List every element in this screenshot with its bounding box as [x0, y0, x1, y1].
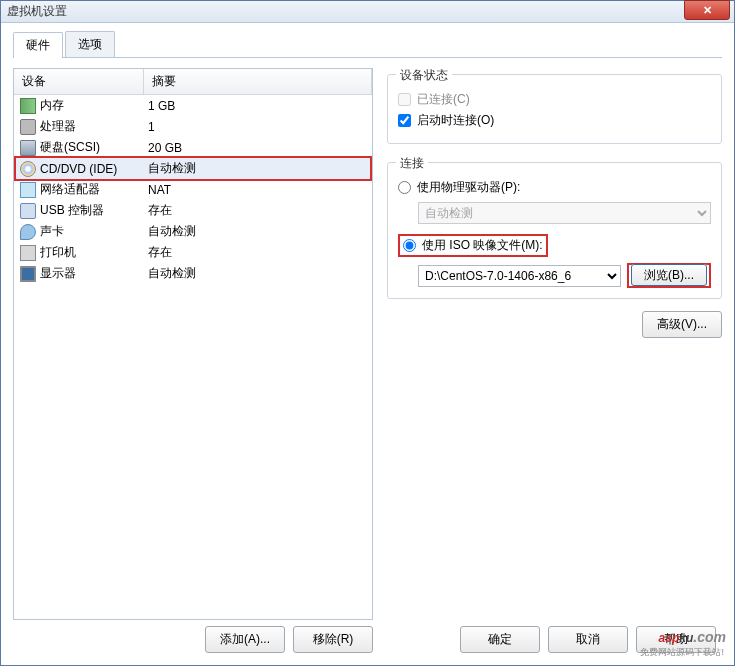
iso-radio-row[interactable]: 使用 ISO 映像文件(M): — [403, 237, 543, 254]
left-panel: 设备 摘要 内存1 GB处理器1硬盘(SCSI)20 GBCD/DVD (IDE… — [13, 68, 373, 653]
connected-checkbox-row[interactable]: 已连接(C) — [398, 91, 711, 108]
device-status-title: 设备状态 — [396, 67, 452, 84]
device-row[interactable]: 硬盘(SCSI)20 GB — [14, 137, 372, 158]
device-summary: 存在 — [148, 244, 366, 261]
device-row[interactable]: CD/DVD (IDE)自动检测 — [14, 156, 372, 181]
device-name: 处理器 — [40, 118, 148, 135]
iso-radio-highlight: 使用 ISO 映像文件(M): — [398, 234, 548, 257]
device-name: 声卡 — [40, 223, 148, 240]
connection-title: 连接 — [396, 155, 428, 172]
connection-group: 连接 使用物理驱动器(P): 自动检测 使用 ISO 映像文件(M): — [387, 162, 722, 299]
iso-label: 使用 ISO 映像文件(M): — [422, 237, 543, 254]
physical-drive-radio-row[interactable]: 使用物理驱动器(P): — [398, 179, 711, 196]
device-icon — [20, 161, 36, 177]
cancel-button[interactable]: 取消 — [548, 626, 628, 653]
device-name: 硬盘(SCSI) — [40, 139, 148, 156]
device-summary: 自动检测 — [148, 160, 366, 177]
device-summary: 1 GB — [148, 99, 366, 113]
titlebar: 虚拟机设置 ✕ — [1, 1, 734, 23]
iso-path-select[interactable]: D:\CentOS-7.0-1406-x86_6 — [418, 265, 621, 287]
connect-on-power-checkbox[interactable] — [398, 114, 411, 127]
vm-settings-window: 虚拟机设置 ✕ 硬件 选项 设备 摘要 内存1 GB处理器1硬盘(SCSI)20… — [0, 0, 735, 666]
iso-radio[interactable] — [403, 239, 416, 252]
ok-button[interactable]: 确定 — [460, 626, 540, 653]
device-name: 网络适配器 — [40, 181, 148, 198]
device-row[interactable]: 打印机存在 — [14, 242, 372, 263]
advanced-button[interactable]: 高级(V)... — [642, 311, 722, 338]
tab-hardware[interactable]: 硬件 — [13, 32, 63, 58]
browse-button[interactable]: 浏览(B)... — [631, 264, 707, 286]
connect-on-power-label: 启动时连接(O) — [417, 112, 494, 129]
device-icon — [20, 245, 36, 261]
device-row[interactable]: USB 控制器存在 — [14, 200, 372, 221]
help-button[interactable]: 帮助 — [636, 626, 716, 653]
connected-checkbox — [398, 93, 411, 106]
device-row[interactable]: 内存1 GB — [14, 95, 372, 116]
device-summary: 20 GB — [148, 141, 366, 155]
physical-drive-select: 自动检测 — [418, 202, 711, 224]
device-name: 打印机 — [40, 244, 148, 261]
device-icon — [20, 182, 36, 198]
device-icon — [20, 119, 36, 135]
tab-bar: 硬件 选项 — [13, 31, 722, 58]
list-header: 设备 摘要 — [14, 69, 372, 95]
window-title: 虚拟机设置 — [7, 3, 67, 20]
device-name: CD/DVD (IDE) — [40, 162, 148, 176]
device-summary: NAT — [148, 183, 366, 197]
footer: 确定 取消 帮助 — [460, 616, 716, 653]
device-summary: 存在 — [148, 202, 366, 219]
connected-label: 已连接(C) — [417, 91, 470, 108]
advanced-wrap: 高级(V)... — [642, 311, 722, 338]
col-summary: 摘要 — [144, 69, 372, 94]
add-button[interactable]: 添加(A)... — [205, 626, 285, 653]
device-row[interactable]: 声卡自动检测 — [14, 221, 372, 242]
left-buttons: 添加(A)... 移除(R) — [13, 626, 373, 653]
device-icon — [20, 224, 36, 240]
content-area: 硬件 选项 设备 摘要 内存1 GB处理器1硬盘(SCSI)20 GBCD/DV… — [1, 23, 734, 665]
iso-row: D:\CentOS-7.0-1406-x86_6 浏览(B)... — [418, 263, 711, 288]
device-name: USB 控制器 — [40, 202, 148, 219]
physical-drive-label: 使用物理驱动器(P): — [417, 179, 520, 196]
right-panel: 设备状态 已连接(C) 启动时连接(O) 连接 使用物理驱动器(P): — [387, 68, 722, 653]
device-summary: 自动检测 — [148, 265, 366, 282]
browse-highlight: 浏览(B)... — [627, 263, 711, 288]
device-icon — [20, 266, 36, 282]
device-status-group: 设备状态 已连接(C) 启动时连接(O) — [387, 74, 722, 144]
device-list: 设备 摘要 内存1 GB处理器1硬盘(SCSI)20 GBCD/DVD (IDE… — [13, 68, 373, 620]
device-icon — [20, 98, 36, 114]
physical-drive-select-wrap: 自动检测 — [418, 202, 711, 224]
device-row[interactable]: 网络适配器NAT — [14, 179, 372, 200]
device-name: 显示器 — [40, 265, 148, 282]
device-row[interactable]: 显示器自动检测 — [14, 263, 372, 284]
device-summary: 自动检测 — [148, 223, 366, 240]
physical-drive-radio[interactable] — [398, 181, 411, 194]
device-row[interactable]: 处理器1 — [14, 116, 372, 137]
body: 设备 摘要 内存1 GB处理器1硬盘(SCSI)20 GBCD/DVD (IDE… — [13, 58, 722, 653]
connect-on-power-row[interactable]: 启动时连接(O) — [398, 112, 711, 129]
device-name: 内存 — [40, 97, 148, 114]
remove-button[interactable]: 移除(R) — [293, 626, 373, 653]
col-device: 设备 — [14, 69, 144, 94]
tab-options[interactable]: 选项 — [65, 31, 115, 57]
device-summary: 1 — [148, 120, 366, 134]
device-icon — [20, 140, 36, 156]
device-icon — [20, 203, 36, 219]
close-button[interactable]: ✕ — [684, 0, 730, 20]
